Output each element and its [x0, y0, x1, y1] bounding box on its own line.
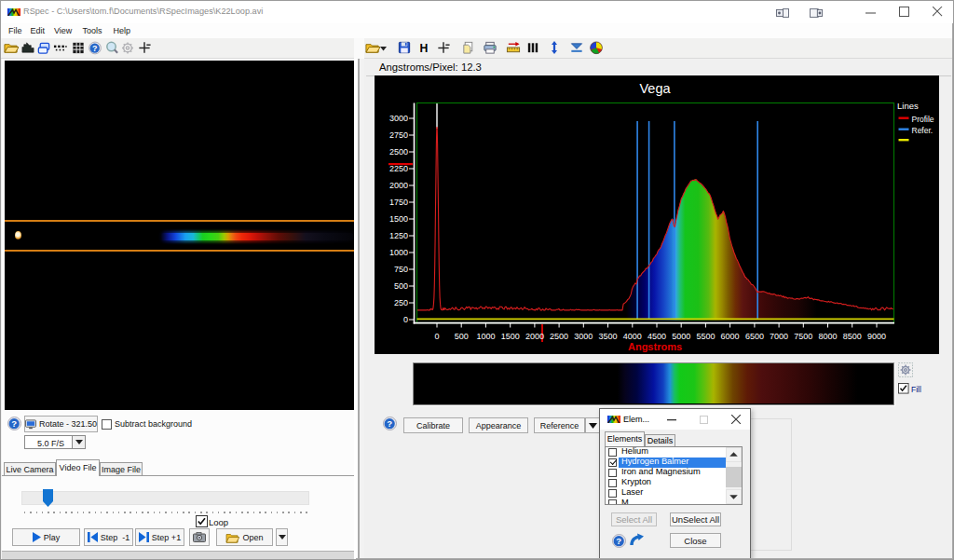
svg-text:?: ? [387, 418, 392, 429]
svg-text:3000: 3000 [389, 114, 408, 123]
svg-text:5000: 5000 [672, 332, 690, 341]
svg-text:1500: 1500 [501, 332, 520, 341]
svg-text:4500: 4500 [647, 332, 666, 341]
svg-text:?: ? [91, 44, 96, 53]
svg-text:0: 0 [434, 332, 439, 341]
svg-text:?: ? [11, 418, 17, 429]
svg-text:1250: 1250 [389, 231, 408, 240]
svg-text:2250: 2250 [389, 164, 408, 173]
svg-text:2000: 2000 [525, 332, 544, 341]
svg-text:Vega: Vega [639, 81, 671, 96]
svg-text:7500: 7500 [794, 332, 812, 341]
svg-text:Lines: Lines [897, 101, 919, 111]
svg-text:2500: 2500 [550, 332, 568, 341]
svg-text:Refer.: Refer. [912, 126, 934, 135]
svg-text:7000: 7000 [770, 332, 788, 341]
svg-text:1750: 1750 [389, 198, 408, 207]
svg-text:750: 750 [394, 265, 408, 274]
svg-text:2500: 2500 [389, 147, 408, 157]
svg-text:?: ? [616, 536, 621, 546]
svg-text:H: H [419, 42, 428, 55]
svg-text:3000: 3000 [574, 332, 593, 341]
svg-text:5500: 5500 [696, 332, 715, 341]
svg-text:250: 250 [394, 298, 408, 307]
svg-text:500: 500 [394, 281, 408, 291]
svg-text:6000: 6000 [721, 332, 740, 341]
svg-text:8500: 8500 [843, 332, 862, 341]
svg-text:2000: 2000 [389, 181, 408, 190]
svg-text:500: 500 [455, 332, 469, 341]
svg-text:1000: 1000 [389, 248, 408, 257]
svg-text:6500: 6500 [745, 332, 764, 341]
svg-text:4000: 4000 [623, 332, 642, 341]
svg-text:2750: 2750 [389, 130, 408, 140]
svg-text:3500: 3500 [598, 332, 617, 341]
svg-text:8000: 8000 [818, 332, 837, 341]
svg-text:Profile: Profile [912, 115, 934, 124]
svg-text:Angstroms: Angstroms [628, 341, 682, 352]
svg-text:0: 0 [403, 315, 408, 324]
svg-text:9000: 9000 [867, 332, 886, 341]
svg-text:1500: 1500 [389, 214, 408, 224]
svg-text:1000: 1000 [476, 332, 495, 341]
